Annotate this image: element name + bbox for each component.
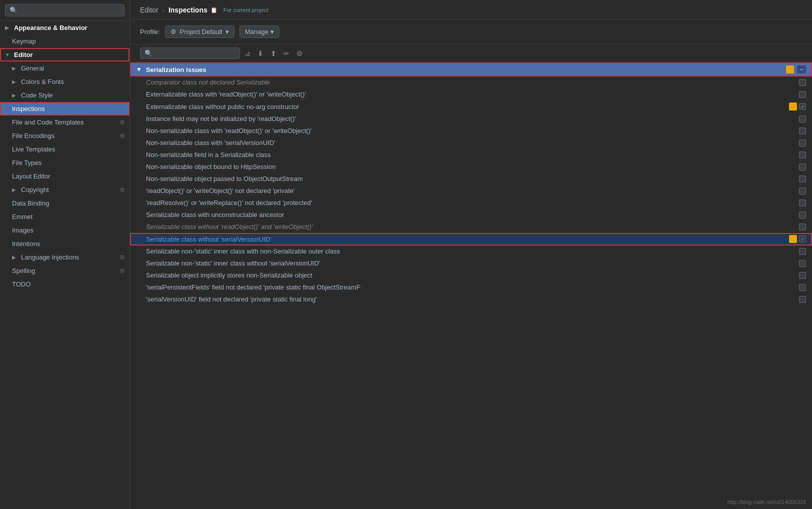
checkbox-icon[interactable] [799, 91, 806, 98]
inspection-item[interactable]: Comparator class not declared Serializab… [130, 76, 812, 88]
checkbox-icon[interactable] [799, 116, 806, 122]
item-checkbox[interactable] [789, 102, 806, 110]
checkbox-icon[interactable] [799, 200, 806, 206]
checkbox-icon[interactable] [799, 212, 806, 218]
sidebar-item-appearance[interactable]: ▶ Appearance & Behavior [0, 21, 130, 34]
item-checkbox[interactable] [799, 188, 806, 194]
item-checkbox[interactable] [799, 200, 806, 206]
sidebar-item-spelling[interactable]: Spelling ⊞ [0, 264, 130, 278]
checkbox-icon[interactable] [799, 284, 806, 291]
item-checkbox[interactable] [799, 272, 806, 279]
sidebar-item-data-binding[interactable]: Data Binding [0, 196, 130, 210]
item-checkbox[interactable] [799, 91, 806, 98]
item-checkbox[interactable] [799, 284, 806, 291]
arrow-icon: ▶ [12, 66, 18, 71]
inspection-item[interactable]: Non-serializable object passed to Object… [130, 173, 812, 185]
checkbox-icon[interactable] [799, 164, 806, 170]
inspection-item[interactable]: 'serialVersionUID' field not declared 'p… [130, 294, 812, 306]
item-checkbox[interactable] [799, 164, 806, 170]
copy-icon: ⊞ [120, 106, 124, 112]
checkbox-icon[interactable] [799, 103, 806, 110]
inspection-item[interactable]: Serializable object implicitly stores no… [130, 270, 812, 282]
sidebar-item-language-injections[interactable]: ▶ Language Injections ⊞ [0, 250, 130, 264]
sidebar-item-code-style[interactable]: ▶ Code Style [0, 88, 130, 102]
item-checkbox[interactable] [799, 260, 806, 267]
checkbox-icon[interactable] [799, 296, 806, 303]
settings-button[interactable]: ⚙ [294, 48, 306, 59]
collapse-all-button[interactable]: ⬆ [268, 48, 279, 59]
sidebar-item-label: Live Templates [12, 146, 55, 153]
inspection-item[interactable]: Non-serializable object bound to HttpSes… [130, 161, 812, 173]
profile-dropdown[interactable]: ⚙ Project Default ▾ [165, 26, 234, 38]
item-label: 'serialVersionUID' field not declared 'p… [146, 296, 317, 303]
sidebar-item-label: Layout Editor [12, 172, 50, 180]
item-checkbox[interactable] [799, 116, 806, 122]
item-checkbox[interactable] [799, 296, 806, 303]
inspection-item[interactable]: 'readResolve()' or 'writeReplace()' not … [130, 197, 812, 209]
item-checkbox[interactable] [799, 176, 806, 182]
item-label: Externalizable class without public no-a… [146, 103, 299, 110]
sidebar-item-copyright[interactable]: ▶ Copyright ⊞ [0, 183, 130, 196]
checkbox-icon[interactable] [799, 188, 806, 194]
collapse-button[interactable]: − [797, 66, 806, 74]
sidebar-item-images[interactable]: Images [0, 224, 130, 237]
checkbox-icon[interactable] [799, 260, 806, 267]
item-checkbox[interactable] [799, 224, 806, 230]
sidebar-item-todo[interactable]: TODO [0, 278, 130, 291]
inspection-item[interactable]: Externalizable class with 'readObject()'… [130, 88, 812, 100]
inspection-item-highlighted[interactable]: Serializable class without 'serialVersio… [130, 233, 812, 246]
expand-all-button[interactable]: ⬇ [255, 48, 266, 59]
sidebar-item-label: File Types [12, 159, 42, 166]
checkbox-icon[interactable] [799, 224, 806, 230]
checkbox-icon[interactable] [799, 79, 806, 86]
checkbox-icon[interactable] [799, 140, 806, 146]
sidebar-item-inspections[interactable]: Inspections ⊞ [0, 102, 130, 116]
item-label: 'readResolve()' or 'writeReplace()' not … [146, 199, 312, 206]
manage-button[interactable]: Manage ▾ [240, 26, 280, 38]
checkbox-icon[interactable] [799, 176, 806, 182]
sidebar-search-input[interactable] [5, 4, 124, 16]
edit-button[interactable]: ✏ [281, 48, 292, 59]
filter-button[interactable]: ⊿ [242, 48, 253, 59]
item-checkbox[interactable] [799, 140, 806, 146]
inspection-item[interactable]: 'readObject()' or 'writeObject()' not de… [130, 185, 812, 197]
sidebar-item-emmet[interactable]: Emmet [0, 210, 130, 224]
inspection-item[interactable]: Serializable class without 'readObject()… [130, 221, 812, 233]
inspection-item[interactable]: Serializable class with unconstructable … [130, 209, 812, 221]
checkbox-icon[interactable] [799, 236, 806, 242]
inspection-item[interactable]: Non-serializable field in a Serializable… [130, 149, 812, 161]
sidebar-item-layout-editor[interactable]: Layout Editor [0, 170, 130, 183]
checkbox-icon[interactable] [799, 248, 806, 255]
item-checkbox[interactable] [799, 79, 806, 86]
sidebar-item-live-templates[interactable]: Live Templates [0, 142, 130, 156]
sidebar-item-file-encodings[interactable]: File Encodings ⊞ [0, 129, 130, 142]
inspection-item[interactable]: Non-serializable class with 'readObject(… [130, 125, 812, 137]
sidebar-item-label: Intentions [12, 240, 40, 248]
item-checkbox[interactable] [789, 235, 806, 243]
search-box[interactable]: 🔍 [140, 48, 240, 59]
inspection-item[interactable]: Externalizable class without public no-a… [130, 100, 812, 113]
breadcrumb-current: Inspections [168, 6, 208, 14]
sidebar-item-intentions[interactable]: Intentions [0, 237, 130, 250]
sidebar-item-editor[interactable]: ▼ Editor [0, 48, 130, 62]
checkbox-icon[interactable] [799, 128, 806, 134]
sidebar-item-label: Colors & Fonts [21, 78, 64, 86]
sidebar-item-file-code-templates[interactable]: File and Code Templates ⊞ [0, 116, 130, 129]
sidebar-item-keymap[interactable]: Keymap [0, 34, 130, 48]
checkbox-icon[interactable] [799, 272, 806, 279]
inspection-item[interactable]: Serializable non-'static' inner class wi… [130, 258, 812, 270]
sidebar-item-colors-fonts[interactable]: ▶ Colors & Fonts [0, 75, 130, 88]
group-header-label: Serialization issues [146, 66, 206, 74]
inspection-item[interactable]: Instance field may not be initialized by… [130, 113, 812, 125]
checkbox-icon[interactable] [799, 152, 806, 158]
item-checkbox[interactable] [799, 128, 806, 134]
inspection-item[interactable]: 'serialPersistentFields' field not decla… [130, 282, 812, 294]
inspection-group-header[interactable]: ▼ Serialization issues − [130, 62, 812, 76]
item-checkbox[interactable] [799, 212, 806, 218]
item-checkbox[interactable] [799, 152, 806, 158]
inspection-item[interactable]: Serializable non-'static' inner class wi… [130, 246, 812, 258]
inspection-item[interactable]: Non-serializable class with 'serialVersi… [130, 137, 812, 149]
item-checkbox[interactable] [799, 248, 806, 255]
sidebar-item-general[interactable]: ▶ General [0, 62, 130, 75]
sidebar-item-file-types[interactable]: File Types [0, 156, 130, 170]
